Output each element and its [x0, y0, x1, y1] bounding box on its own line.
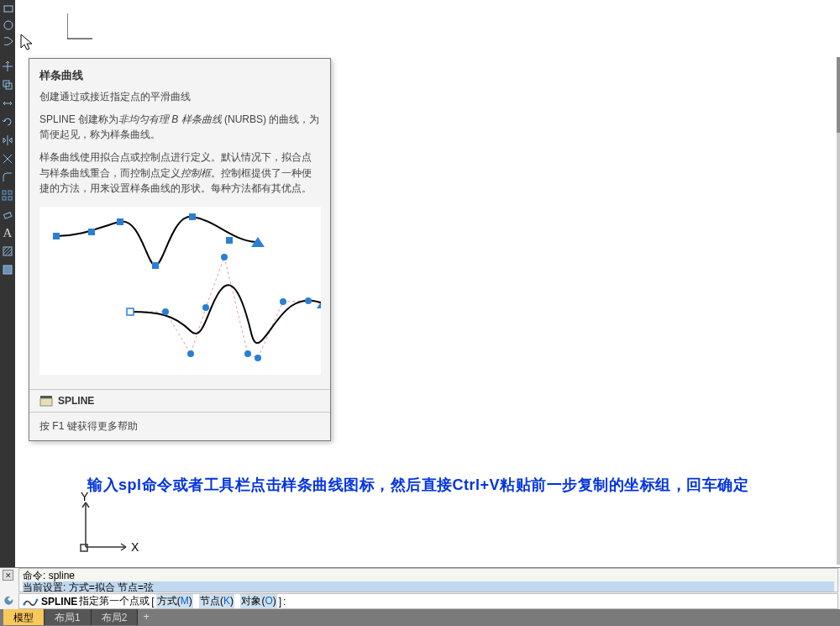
svg-rect-33: [40, 396, 52, 398]
tooltip-para-2: 样条曲线使用拟合点或控制点进行定义。默认情况下，拟合点与样条曲线重合，而控制点定…: [39, 150, 320, 197]
svg-rect-14: [3, 266, 12, 274]
tool-copy-icon[interactable]: [0, 76, 15, 94]
spline-tooltip: 样条曲线 创建通过或接近指定点的平滑曲线 SPLINE 创建称为非均匀有理 B …: [29, 58, 331, 441]
svg-rect-9: [8, 191, 12, 194]
tool-array-icon[interactable]: [0, 187, 15, 205]
svg-point-29: [280, 298, 286, 305]
scrollbar-thumb[interactable]: [837, 57, 840, 133]
tooltip-summary: 创建通过或接近指定点的平滑曲线: [39, 89, 320, 105]
tooltip-command-name: SPLINE: [58, 395, 94, 407]
tool-icon[interactable]: [0, 34, 17, 50]
svg-rect-31: [127, 308, 134, 315]
command-panel: ✕ 命令: spline 当前设置: 方式=拟合 节点=弦 SPLINE 指定第…: [0, 567, 840, 609]
command-prompt-icon: [23, 596, 39, 608]
tool-mirror-icon[interactable]: [0, 131, 15, 150]
svg-rect-11: [8, 197, 12, 200]
tool-trim-icon[interactable]: [0, 150, 15, 168]
svg-rect-13: [3, 247, 12, 255]
scrollbar-track[interactable]: [837, 57, 840, 565]
tool-erase-icon[interactable]: [0, 205, 15, 224]
command-keyword: SPLINE: [41, 596, 77, 608]
tool-stretch-icon[interactable]: [0, 94, 15, 113]
drawing-canvas[interactable]: 样条曲线 创建通过或接近指定点的平滑曲线 SPLINE 创建称为非均匀有理 B …: [15, 0, 840, 567]
tool-rotate-icon[interactable]: [0, 113, 15, 131]
command-icon: [39, 395, 53, 407]
tooltip-title: 样条曲线: [39, 67, 320, 84]
svg-rect-18: [88, 229, 95, 235]
svg-rect-8: [3, 191, 6, 194]
svg-point-28: [255, 355, 261, 361]
svg-text:Y: Y: [81, 492, 89, 503]
ucs-icon: X Y: [77, 492, 144, 560]
tooltip-f1-hint: 按 F1 键获得更多帮助: [29, 412, 330, 440]
svg-rect-10: [3, 197, 6, 200]
command-prompt-text: 指定第一个点或: [79, 594, 150, 608]
svg-rect-21: [189, 213, 196, 220]
svg-rect-22: [226, 237, 233, 244]
tab-model[interactable]: 模型: [3, 609, 45, 625]
tab-layout1[interactable]: 布局1: [45, 609, 92, 625]
svg-point-40: [36, 598, 39, 601]
tool-hatch-icon[interactable]: [0, 242, 15, 260]
tooltip-command-row: SPLINE: [29, 389, 330, 412]
tooltip-para-1: SPLINE 创建称为非均匀有理 B 样条曲线 (NURBS) 的曲线，为简便起…: [39, 112, 320, 143]
tab-layout2[interactable]: 布局2: [92, 609, 139, 625]
svg-point-1: [4, 21, 13, 29]
cursor-icon: [20, 34, 35, 55]
tab-add-button[interactable]: +: [138, 609, 155, 624]
layout-tabs: 模型 布局1 布局2 +: [0, 609, 840, 626]
svg-rect-32: [40, 398, 52, 406]
svg-text:X: X: [131, 540, 139, 554]
instruction-text: 输入spl命令或者工具栏点击样条曲线图标，然后直接Ctrl+V粘贴前一步复制的坐…: [87, 475, 748, 495]
svg-rect-17: [53, 233, 60, 239]
command-option-object[interactable]: 对象(O): [240, 594, 276, 608]
svg-point-24: [187, 350, 194, 357]
svg-rect-0: [4, 6, 13, 12]
tool-block-icon[interactable]: [0, 260, 15, 279]
tooltip-illustration: [39, 207, 321, 375]
svg-point-23: [162, 308, 169, 315]
close-icon[interactable]: ✕: [3, 570, 13, 581]
svg-rect-19: [117, 218, 123, 225]
left-toolbar: A: [0, 57, 15, 570]
command-history[interactable]: 命令: spline 当前设置: 方式=拟合 节点=弦: [18, 568, 838, 592]
settings-icon[interactable]: [1, 593, 16, 608]
origin-marker-icon: [67, 13, 101, 47]
svg-rect-12: [4, 213, 12, 218]
tool-icon[interactable]: [0, 17, 17, 34]
svg-point-27: [244, 350, 251, 357]
svg-point-26: [221, 254, 228, 260]
command-history-line-2: 当前设置: 方式=拟合 节点=弦: [23, 581, 834, 592]
svg-rect-36: [81, 544, 87, 551]
command-input[interactable]: SPLINE 指定第一个点或 [ 方式(M) 节点(K) 对象(O) ] :: [18, 593, 838, 609]
command-option-knot[interactable]: 节点(K): [199, 594, 234, 608]
tool-fillet-icon[interactable]: [0, 168, 15, 187]
command-option-method[interactable]: 方式(M): [156, 594, 193, 608]
tool-icon[interactable]: [0, 0, 17, 17]
svg-rect-20: [152, 262, 159, 269]
tool-text-icon[interactable]: A: [0, 224, 15, 242]
tool-move-icon[interactable]: [0, 57, 15, 76]
svg-point-30: [305, 297, 312, 304]
svg-point-39: [24, 602, 26, 605]
command-history-line-1: 命令: spline: [23, 570, 834, 581]
svg-point-25: [202, 304, 209, 311]
